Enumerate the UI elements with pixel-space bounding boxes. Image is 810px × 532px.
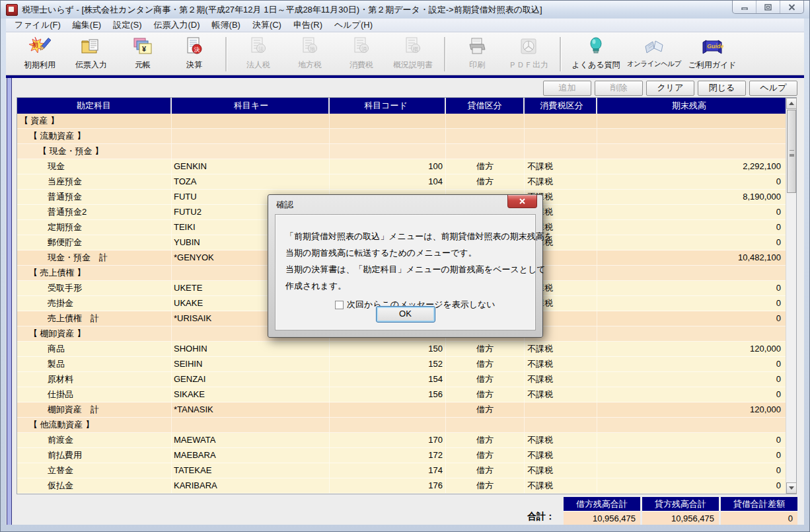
table-row[interactable]: 棚卸資産 計*TANASIK借方120,000: [17, 402, 786, 418]
action-button-2: 削除: [595, 81, 643, 96]
cell-account-code: 170: [330, 433, 446, 447]
cell-balance: [597, 418, 786, 432]
table-row[interactable]: 【 流動資産 】: [17, 129, 786, 144]
svg-text:法: 法: [258, 46, 264, 52]
cell-tax-class: 不課税: [525, 448, 597, 463]
cell-account-name: 受取手形: [17, 281, 172, 295]
table-row[interactable]: 【 資産 】: [17, 114, 786, 129]
cell-account-name: 製品: [17, 357, 172, 371]
cell-account-name: 仮払金: [17, 478, 172, 493]
totals-label: 合計：: [527, 511, 555, 523]
online-help-icon: [643, 36, 665, 58]
table-row[interactable]: 当座預金TOZA104借方不課税0: [17, 174, 786, 190]
total-box-header: 貸借合計差額: [721, 497, 797, 511]
table-row[interactable]: 立替金TATEKAE174借方不課税0: [17, 463, 786, 478]
table-row[interactable]: 商品SHOHIN150借方不課税120,000: [17, 342, 786, 357]
cell-account-code: 174: [330, 463, 446, 478]
dialog-title: 確認: [276, 199, 293, 211]
table-row[interactable]: 前払費用MAEBARA172借方不課税0: [17, 448, 786, 463]
svg-text:¥: ¥: [142, 45, 147, 53]
total-box-value: 10,956,475: [564, 511, 640, 525]
column-header-4: 貸借区分: [446, 98, 525, 114]
table-row[interactable]: 仮払金KARIBARA176借方不課税0: [17, 478, 786, 494]
cell-tax-class: [525, 144, 597, 159]
menu-item-3[interactable]: 設定(S): [107, 18, 147, 32]
cell-balance: 120,000: [597, 342, 786, 356]
cell-balance: 0: [597, 205, 786, 219]
toolbar-button-online-help[interactable]: オンラインヘルプ: [625, 36, 683, 69]
cell-tax-class: [525, 418, 597, 432]
cell-balance: 0: [597, 448, 786, 463]
table-row[interactable]: 【 他流動資産 】: [17, 418, 786, 433]
scroll-up-button[interactable]: [786, 98, 797, 109]
initial-use-icon: 初: [28, 36, 51, 58]
minimize-button[interactable]: [733, 1, 756, 13]
cell-account-key: [172, 144, 330, 159]
table-row[interactable]: 現金GENKIN100借方不課税2,292,100: [17, 159, 786, 174]
table-row[interactable]: 仕掛品SIKAKE156借方不課税0: [17, 387, 786, 402]
cell-side: [446, 418, 525, 432]
toolbar-button-voucher-entry[interactable]: 伝票入力: [65, 36, 117, 71]
total-box-value: 0: [721, 511, 797, 525]
total-box-2: 貸方残高合計10,956,475: [642, 497, 719, 525]
menu-item-8[interactable]: ヘルプ(H): [328, 18, 379, 32]
menu-item-2[interactable]: 編集(E): [67, 18, 107, 32]
cell-tax-class: [525, 129, 597, 143]
dont-show-again-checkbox[interactable]: [335, 301, 344, 309]
menu-item-5[interactable]: 帳簿(B): [206, 18, 246, 32]
table-row[interactable]: 製品SEIHIN152借方不課税0: [17, 357, 786, 372]
totals-footer: 合計： 借方残高合計10,956,475貸方残高合計10,956,475貸借合計…: [6, 495, 797, 525]
scrollbar-thumb[interactable]: [787, 110, 796, 193]
cell-account-name: 【 流動資産 】: [17, 129, 172, 143]
cell-side: 借方: [446, 387, 525, 402]
cell-account-code: 100: [330, 159, 446, 174]
window-controls: [732, 1, 804, 14]
cell-account-name: 前渡金: [17, 433, 172, 447]
menu-item-7[interactable]: 申告(R): [287, 18, 328, 32]
maximize-button[interactable]: [756, 1, 780, 13]
toolbar-button-user-guide[interactable]: Guideご利用ガイド: [683, 36, 741, 71]
menu-item-4[interactable]: 伝票入力(D): [148, 18, 206, 32]
action-button-4[interactable]: 閉じる: [698, 81, 746, 96]
scroll-down-button[interactable]: [786, 482, 797, 494]
svg-text:初: 初: [32, 42, 38, 48]
toolbar-button-ledger[interactable]: ¥元帳: [117, 36, 168, 71]
action-button-3[interactable]: クリア: [646, 81, 694, 96]
cell-account-name: 前払費用: [17, 448, 172, 463]
cell-side: [446, 114, 525, 128]
table-row[interactable]: 原材料GENZAI154借方不課税0: [17, 372, 786, 387]
cell-account-name: 【 現金・預金 】: [17, 144, 172, 159]
cell-tax-class: 不課税: [525, 372, 597, 387]
menu-item-6[interactable]: 決算(C): [246, 18, 287, 32]
cell-account-code: [330, 144, 446, 159]
dialog-close-button[interactable]: [507, 195, 537, 208]
cell-tax-class: 不課税: [525, 159, 597, 174]
cell-balance: 0: [597, 372, 786, 387]
cell-account-name: 普通預金2: [17, 205, 172, 219]
toolbar-button-label: ＰＤＦ出力: [509, 59, 548, 71]
toolbar-button-initial-use[interactable]: 初初期利用: [14, 36, 65, 71]
dialog-message-line: 「前期貸借対照表の取込」メニューは、前期貸借対照表の期末残高を: [285, 228, 526, 245]
close-window-button[interactable]: [780, 1, 803, 13]
voucher-entry-icon: [80, 36, 102, 58]
cell-account-key: TOZA: [172, 174, 330, 189]
cell-account-name: 普通預金: [17, 190, 172, 204]
cell-balance: 0: [597, 433, 786, 447]
toolbar-separator: [444, 37, 446, 71]
action-button-5[interactable]: ヘルプ: [749, 81, 797, 96]
vertical-scrollbar[interactable]: [786, 98, 796, 494]
toolbar-button-faq[interactable]: よくある質問: [567, 36, 625, 71]
ok-button[interactable]: OK: [376, 306, 435, 323]
toolbar-button-label: 印刷: [469, 59, 485, 71]
total-box-3: 貸借合計差額0: [721, 497, 797, 525]
table-row[interactable]: 前渡金MAEWATA170借方不課税0: [17, 433, 786, 448]
cell-tax-class: 不課税: [525, 387, 597, 402]
toolbar: 初初期利用伝票入力¥元帳決決算法法人税地地方税消消費税概概況説明書印刷ＰＤＦ出力…: [6, 32, 804, 75]
table-row[interactable]: 【 現金・預金 】: [17, 144, 786, 159]
overview-report-icon: 概: [402, 36, 424, 58]
menu-item-1[interactable]: ファイル(F): [9, 18, 67, 32]
cell-account-name: 仕掛品: [17, 387, 172, 402]
toolbar-button-label: 法人税: [246, 59, 270, 71]
cell-tax-class: [525, 402, 597, 417]
toolbar-button-settlement[interactable]: 決決算: [168, 36, 220, 71]
